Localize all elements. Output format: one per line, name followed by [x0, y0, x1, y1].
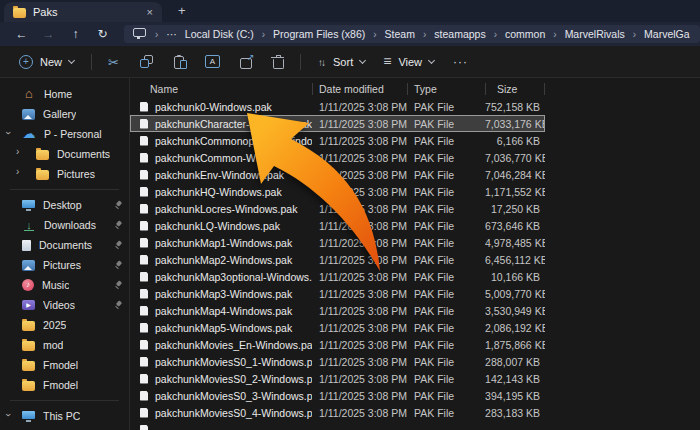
file-row[interactable]: pakchunkHQ-Windows.pak1/11/2025 3:08 PMP…	[130, 183, 545, 200]
file-row[interactable]: pakchunkLocres-Windows.pak1/11/2025 3:08…	[130, 200, 545, 217]
file-row[interactable]: pakchunkLQ-Windows.pak1/11/2025 3:08 PMP…	[130, 217, 545, 234]
file-type: PAK File	[407, 203, 485, 215]
file-row[interactable]: pakchunkMap5-Windows.pak1/11/2025 3:08 P…	[130, 319, 545, 336]
file-date: 1/11/2025 3:08 PM	[312, 339, 407, 351]
column-separator	[544, 83, 545, 95]
main-area: HomeGallery›P - Personal›Documents›Pictu…	[0, 78, 700, 430]
sidebar-item-label: Home	[44, 88, 72, 100]
file-type: PAK File	[407, 339, 485, 351]
sidebar-item-mod[interactable]: mod	[0, 335, 129, 355]
folder-icon	[22, 341, 35, 351]
tab-paks[interactable]: Paks	[4, 2, 162, 22]
column-header-type[interactable]: Type	[407, 80, 485, 98]
new-button[interactable]: New	[10, 51, 83, 73]
file-row[interactable]: pakchunkMoviesS0_3-Windows.pak1/11/2025 …	[130, 387, 545, 404]
monitor-icon	[133, 28, 146, 37]
file-icon	[140, 374, 148, 384]
file-icon	[140, 340, 148, 350]
breadcrumb-segment[interactable]: MarvelGa	[644, 28, 690, 40]
pin-icon	[113, 220, 123, 230]
file-row[interactable]: pakchunkMoviesS0_2-Windows.pak1/11/2025 …	[130, 370, 545, 387]
file-row[interactable]: pakchunkMap3-Windows.pak1/11/2025 3:08 P…	[130, 285, 545, 302]
sidebar-item-downloads[interactable]: Downloads	[0, 215, 129, 235]
close-icon[interactable]	[147, 7, 153, 18]
chevron-down-icon[interactable]: ›	[3, 413, 13, 416]
sidebar-item-gallery[interactable]: Gallery	[0, 104, 129, 124]
paste-button[interactable]	[166, 50, 193, 74]
chevron-right-icon: ›	[633, 29, 636, 40]
delete-button[interactable]	[265, 50, 292, 74]
breadcrumb-segment[interactable]: Steam	[385, 28, 415, 40]
view-icon	[383, 56, 391, 68]
copy-button[interactable]	[133, 50, 160, 74]
column-header-name[interactable]: Name	[130, 80, 312, 98]
copy-icon	[140, 55, 153, 68]
back-button[interactable]	[8, 28, 35, 40]
file-row[interactable]: pakchunkCommonoptional-Windows.pak1/11/2…	[130, 132, 545, 149]
sidebar-item-label: Fmodel	[43, 359, 78, 371]
file-row[interactable]: pakchunkMovies_En-Windows.pak1/11/2025 3…	[130, 336, 545, 353]
sidebar-item-label: Documents	[57, 148, 110, 160]
desktop-icon	[22, 200, 35, 208]
pin-icon	[113, 260, 123, 270]
forward-button[interactable]	[35, 28, 62, 40]
breadcrumb-segment[interactable]: Local Disk (C:)	[185, 28, 254, 40]
rename-button[interactable]	[199, 50, 226, 74]
sidebar-item-desktop[interactable]: Desktop	[0, 195, 129, 215]
file-icon	[140, 289, 148, 299]
breadcrumb[interactable]: ··· Local Disk (C:)›Program Files (x86)›…	[124, 25, 700, 43]
file-type: PAK File	[407, 373, 485, 385]
computer-icon	[22, 411, 35, 419]
sidebar-divider	[10, 189, 119, 190]
sidebar-item-fmodel[interactable]: Fmodel	[0, 355, 129, 375]
file-row[interactable]: pakchunkMap3optional-Windows.pak1/11/202…	[130, 268, 545, 285]
up-button[interactable]	[62, 28, 89, 40]
file-row[interactable]: pakchunk0-Windows.pak1/11/2025 3:08 PMPA…	[130, 98, 545, 115]
file-row[interactable]: pakchunkMoviesS0_4-Windows.pak1/11/2025 …	[130, 404, 545, 421]
sidebar-item-fmodel[interactable]: Fmodel	[0, 375, 129, 395]
column-header-date-modified[interactable]: Date modified	[312, 80, 407, 98]
breadcrumb-segment[interactable]: Program Files (x86)	[273, 28, 365, 40]
chevron-right-icon[interactable]: ›	[16, 147, 19, 157]
breadcrumb-segment[interactable]: common	[505, 28, 545, 40]
share-button[interactable]	[232, 50, 259, 74]
sidebar-item-documents[interactable]: Documents	[0, 235, 129, 255]
chevron-right-icon: ›	[553, 29, 556, 40]
breadcrumb-segment[interactable]: MarvelRivals	[565, 28, 625, 40]
new-tab-button[interactable]	[178, 4, 186, 17]
file-date: 1/11/2025 3:08 PM	[312, 152, 407, 164]
column-header-size[interactable]: Size	[485, 80, 545, 98]
sidebar-item-pictures[interactable]: ›Pictures	[0, 164, 129, 184]
sidebar-item-documents[interactable]: ›Documents	[0, 144, 129, 164]
sidebar-item-p-personal[interactable]: ›P - Personal	[0, 124, 129, 144]
breadcrumb-segment[interactable]: steamapps	[434, 28, 485, 40]
file-name: pakchunkMap1-Windows.pak	[155, 237, 292, 249]
file-icon	[140, 170, 148, 180]
sidebar-item-music[interactable]: Music	[0, 275, 129, 295]
file-row[interactable]: pakchunkMap1-Windows.pak1/11/2025 3:08 P…	[130, 234, 545, 251]
file-row[interactable]: pakchunkCharacter-Windows.pak1/11/2025 3…	[130, 115, 545, 132]
sidebar-item-videos[interactable]: Videos	[0, 295, 129, 315]
sidebar-item-pictures[interactable]: Pictures	[0, 255, 129, 275]
more-button[interactable]: ···	[443, 53, 478, 71]
file-row[interactable]: pakchunkMap2-Windows.pak1/11/2025 3:08 P…	[130, 251, 545, 268]
file-size: 673,646 KB	[485, 220, 545, 232]
chevron-down-icon[interactable]: ›	[3, 131, 13, 134]
cut-icon	[108, 53, 119, 71]
sort-button[interactable]: Sort	[309, 52, 374, 72]
file-row[interactable]: pakchunkEnv-Windows.pak1/11/2025 3:08 PM…	[130, 166, 545, 183]
sidebar-item-2025[interactable]: 2025	[0, 315, 129, 335]
file-row[interactable]: pakchunkMoviesS0_1-Windows.pak1/11/2025 …	[130, 353, 545, 370]
paste-icon	[174, 55, 185, 68]
file-row[interactable]: pakchunkMap4-Windows.pak1/11/2025 3:08 P…	[130, 302, 545, 319]
cut-button[interactable]	[100, 50, 127, 74]
file-row[interactable]	[130, 421, 545, 430]
chevron-right-icon[interactable]: ›	[16, 167, 19, 177]
sidebar-item-home[interactable]: Home	[0, 84, 129, 104]
refresh-button[interactable]	[89, 28, 116, 40]
breadcrumb-overflow[interactable]: ···	[166, 28, 177, 40]
file-row[interactable]: pakchunkCommon-Windows.pak1/11/2025 3:08…	[130, 149, 545, 166]
file-date: 1/11/2025 3:08 PM	[312, 237, 407, 249]
view-button[interactable]: View	[374, 52, 443, 72]
sidebar-item-this-pc[interactable]: ›This PC	[0, 406, 129, 426]
